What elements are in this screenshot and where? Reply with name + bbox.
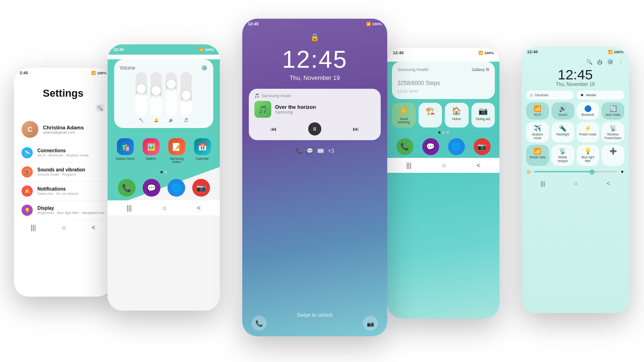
quick-action-home[interactable]: 🏠 Home: [445, 103, 469, 128]
toggle-bluelight[interactable]: 💡 Blue light filter: [577, 145, 600, 166]
main-scene: 2:45 📶 100% Settings 🔍 C Christina Adams…: [0, 0, 644, 362]
dock-camera[interactable]: 📷: [192, 179, 210, 197]
settings-item-sound[interactable]: 🔊 Sounds and vibration Sounds mode · Rin…: [14, 163, 112, 182]
toggle-airplane[interactable]: ✈️ Airplane mode: [526, 122, 549, 143]
toggle-add[interactable]: ➕: [601, 145, 624, 166]
dot-4-1: [438, 131, 441, 134]
health-dock-messages[interactable]: 💬: [422, 138, 439, 155]
toggle-powermode[interactable]: ⚡ Power mode: [577, 122, 600, 143]
brightness-expand-icon[interactable]: ▼: [620, 170, 624, 174]
search-icon[interactable]: 🔍: [95, 103, 105, 113]
health-dock-browser[interactable]: 🌐: [448, 138, 465, 155]
phone-quickpanel: 12:45 📶 100% 🔍 ⏻ ⚙️ ⋮ 12:45 Thu, Novembe…: [521, 47, 629, 313]
media-row: ⚏ Devices ⏺ Media: [521, 91, 629, 102]
airplane-toggle-icon: ✈️: [534, 125, 541, 132]
status-icons-5: 📶 100%: [608, 50, 623, 54]
nav-back-4[interactable]: |||: [406, 162, 412, 169]
nav-recent-4[interactable]: <: [477, 162, 480, 169]
dock-phone[interactable]: 📞: [118, 179, 136, 197]
health-dock-camera[interactable]: 📷: [474, 138, 491, 155]
lock-screen: 12:45 📶 100% 🔒 12:45 Thu, November 19 🎵 …: [242, 19, 387, 336]
toggle-mobiledata[interactable]: 📶 Mobile data: [526, 145, 549, 166]
lock-time: 12:45: [242, 45, 387, 73]
qp-date: Thu, November 19: [521, 82, 629, 87]
toggle-bluetooth[interactable]: 🔵 Bluetooth: [577, 102, 600, 120]
prev-button[interactable]: ⏮: [270, 125, 277, 133]
status-time-3: 12:45: [248, 21, 259, 26]
dock-messages[interactable]: 💬: [143, 179, 160, 197]
notifications-text: Notifications Status bar · Do not distur…: [37, 186, 105, 196]
dock-browser[interactable]: 🌐: [167, 179, 185, 197]
toggle-powershare[interactable]: 📡 Wireless PowerShare: [601, 122, 624, 143]
qa-icon-2: 🏗️: [426, 106, 435, 115]
volume-slider-1[interactable]: 🔧: [136, 72, 147, 122]
phone-health: 12:45 📶 100% Samsung Health Galaxy fit 3…: [387, 48, 499, 319]
nav-home-4[interactable]: ○: [442, 162, 446, 169]
camera-shortcut[interactable]: 📷: [363, 316, 378, 331]
quick-toggle-grid: 📶 Wi-Fi 🔊 Sound 🔵 Bluetooth 🔄 Auto rotat…: [521, 102, 629, 168]
qp-more-icon[interactable]: ⋮: [618, 59, 623, 65]
notifications-icon: 🔔: [22, 185, 33, 197]
health-dock-phone[interactable]: 📞: [397, 138, 413, 155]
morning-icon: ☀️: [399, 106, 408, 115]
settings-item-connections[interactable]: 📡 Connections Wi-Fi · Bluetooth · Airpla…: [14, 143, 112, 163]
nav-home-5[interactable]: ○: [574, 180, 578, 187]
volume-slider-2[interactable]: 🔔: [151, 72, 162, 122]
slider-icon-3: 🔊: [169, 118, 174, 122]
nav-back-1[interactable]: |||: [31, 224, 36, 231]
connections-icon: 📡: [22, 147, 33, 158]
music-controls: ⏮ ⏸ ⏭: [254, 122, 375, 135]
media-media-chip[interactable]: ⏺ Media: [577, 91, 624, 99]
nav-home-1[interactable]: ○: [62, 224, 65, 231]
app-galaxy-store[interactable]: 🛍️ Galaxy Store: [114, 138, 136, 163]
app-calendar[interactable]: 📅 Calendar: [191, 138, 213, 163]
phone-shortcut[interactable]: 📞: [252, 316, 267, 331]
quick-action-morning[interactable]: ☀️ Good morning: [392, 103, 416, 128]
notif-msg-icon: 💬: [306, 148, 313, 154]
toggle-sound[interactable]: 🔊 Sound: [551, 102, 574, 120]
toggle-wifi[interactable]: 📶 Wi-Fi: [526, 102, 549, 120]
media-devices-chip[interactable]: ⚏ Devices: [526, 91, 574, 99]
settings-search[interactable]: 🔍: [14, 103, 112, 117]
play-pause-button[interactable]: ⏸: [308, 122, 321, 135]
display-text: Display Brightness · Blue light filter ·…: [37, 206, 105, 215]
app-grid: 🛍️ Galaxy Store 🖼️ Gallery 📝 Samsung Not…: [108, 133, 220, 169]
nav-back-2[interactable]: |||: [127, 204, 132, 212]
brightness-slider[interactable]: [534, 171, 617, 172]
quick-action-2[interactable]: 🏗️: [419, 103, 442, 128]
toggle-hotspot[interactable]: 📡 Mobile hotspot: [551, 145, 574, 166]
add-toggle-icon: ➕: [609, 148, 617, 155]
nav-recent-5[interactable]: <: [607, 180, 610, 187]
volume-slider-3[interactable]: 🔊: [166, 72, 177, 122]
notif-email-icon: ✉️: [317, 148, 324, 154]
settings-item-display[interactable]: 💡 Display Brightness · Blue light filter…: [14, 201, 112, 220]
notif-phone-icon: 📞: [296, 148, 303, 154]
user-profile[interactable]: C Christina Adams adams@gmail.com: [14, 117, 112, 143]
mobiledata-toggle-icon: 📶: [534, 148, 541, 155]
status-bar-1: 2:45 📶 100%: [14, 68, 112, 78]
app-notes[interactable]: 📝 Samsung Notes: [166, 138, 188, 163]
status-icons-1: 📶 100%: [91, 71, 107, 75]
next-button[interactable]: ⏭: [353, 125, 359, 133]
health-app-name: Samsung Health: [398, 67, 429, 72]
qp-settings-icon[interactable]: ⚙️: [607, 59, 614, 65]
nav-recent-2[interactable]: <: [197, 204, 201, 212]
nav-recent-1[interactable]: <: [92, 224, 95, 231]
nav-home-2[interactable]: ○: [162, 204, 166, 212]
qp-search-icon[interactable]: 🔍: [586, 59, 593, 65]
volume-gear-icon[interactable]: ⚙️: [201, 65, 208, 71]
music-artist: Samsung: [275, 110, 375, 114]
qp-power-icon[interactable]: ⏻: [597, 59, 602, 65]
music-details: Over the horizon Samsung: [275, 104, 375, 114]
nav-back-5[interactable]: |||: [541, 180, 545, 187]
volume-slider-4[interactable]: 🎵: [181, 72, 192, 122]
page-dots: [108, 171, 220, 173]
toggle-autorotate[interactable]: 🔄 Auto rotate: [601, 102, 624, 120]
settings-item-notifications[interactable]: 🔔 Notifications Status bar · Do not dist…: [14, 182, 112, 201]
toggle-flashlight[interactable]: 🔦 Flashlight: [551, 122, 574, 143]
slider-icon-2: 🔔: [154, 118, 159, 122]
sound-text: Sounds and vibration Sounds mode · Ringt…: [37, 167, 105, 177]
app-gallery[interactable]: 🖼️ Gallery: [140, 138, 162, 163]
music-title: Over the horizon: [275, 104, 375, 110]
quick-action-going-out[interactable]: 📷 Going out: [471, 103, 495, 128]
